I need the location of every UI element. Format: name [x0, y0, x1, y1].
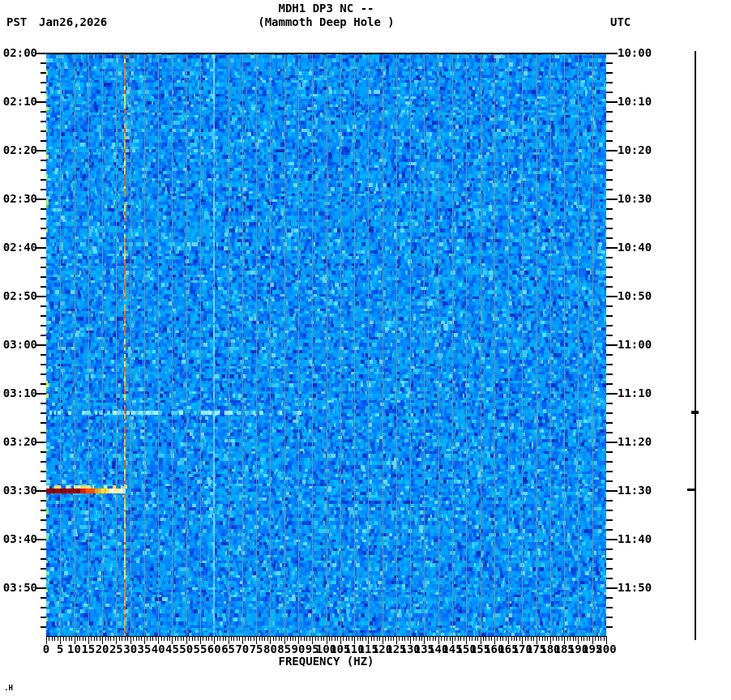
time-label-utc: 10:00 [618, 47, 666, 58]
time-label-utc: 11:40 [618, 533, 666, 544]
time-label-pst: 03:30 [0, 484, 37, 496]
time-label-utc: 11:20 [618, 436, 666, 447]
time-label-pst: 02:50 [0, 290, 37, 301]
time-label-pst: 02:00 [0, 47, 37, 58]
corner-mark: .H [4, 685, 13, 692]
time-label-utc: 10:40 [618, 241, 666, 253]
time-label-pst: 02:20 [0, 144, 37, 156]
freq-tick-label: 200 [590, 643, 622, 655]
time-label-utc: 10:30 [618, 193, 666, 204]
time-label-utc: 11:10 [618, 387, 666, 399]
time-label-utc: 11:30 [618, 484, 666, 496]
time-label-utc: 10:20 [618, 144, 666, 156]
time-label-pst: 03:00 [0, 339, 37, 350]
spectrogram-page: MDH1 DP3 NC -- (Mammoth Deep Hole ) PST … [0, 0, 731, 700]
page-subtitle: (Mammoth Deep Hole ) [46, 16, 606, 28]
time-label-pst: 03:10 [0, 387, 37, 399]
time-label-pst: 02:10 [0, 96, 37, 107]
time-label-pst: 03:50 [0, 582, 37, 593]
time-label-pst: 03:40 [0, 533, 37, 544]
time-label-utc: 11:50 [618, 582, 666, 593]
time-label-pst: 02:40 [0, 241, 37, 253]
timezone-right-label: UTC [610, 16, 631, 28]
timezone-left-label: PST [6, 16, 27, 28]
date-label: Jan26,2026 [39, 16, 107, 28]
time-label-utc: 10:50 [618, 290, 666, 301]
page-title: MDH1 DP3 NC -- [46, 2, 606, 14]
time-label-pst: 03:20 [0, 436, 37, 447]
x-axis-title: FREQUENCY (HZ) [46, 655, 606, 667]
time-label-utc: 10:10 [618, 96, 666, 107]
time-label-utc: 11:00 [618, 339, 666, 350]
time-label-pst: 02:30 [0, 193, 37, 204]
